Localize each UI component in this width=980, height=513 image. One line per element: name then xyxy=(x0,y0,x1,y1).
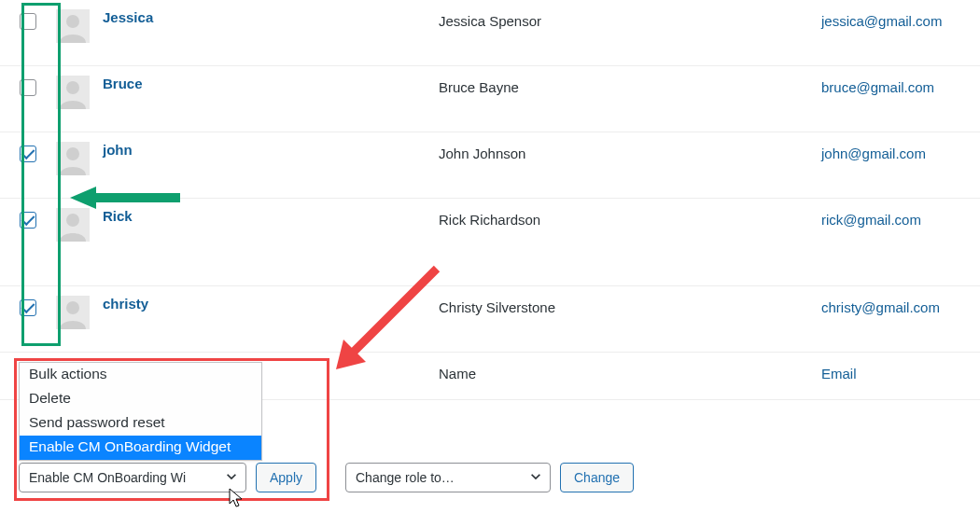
chevron-down-icon xyxy=(225,470,238,486)
fullname-cell: Rick Richardson xyxy=(439,208,821,228)
email-link[interactable]: bruce@gmail.com xyxy=(821,79,934,95)
table-row: Bruce Bruce Bayne bruce@gmail.com xyxy=(0,66,980,132)
table-row: christy Christy Silverstone christy@gmai… xyxy=(0,286,980,353)
row-checkbox[interactable] xyxy=(20,13,36,30)
bulk-option-delete[interactable]: Delete xyxy=(20,387,261,411)
column-header-name: Name xyxy=(439,366,821,386)
username-link[interactable]: Jessica xyxy=(103,9,153,25)
bulk-option-bulk-actions[interactable]: Bulk actions xyxy=(20,363,261,387)
email-link[interactable]: jessica@gmail.com xyxy=(821,13,942,29)
svg-point-9 xyxy=(66,301,79,314)
svg-point-5 xyxy=(66,147,79,160)
email-link[interactable]: rick@gmail.com xyxy=(821,212,921,228)
email-link[interactable]: john@gmail.com xyxy=(821,146,926,161)
apply-button[interactable]: Apply xyxy=(256,463,316,492)
row-checkbox[interactable] xyxy=(20,299,36,316)
avatar xyxy=(56,296,90,329)
column-header-email[interactable]: Email xyxy=(821,366,980,386)
change-role-selected-text: Change role to… xyxy=(356,470,455,485)
chevron-down-icon xyxy=(529,470,542,486)
user-table: Jessica Jessica Spensor jessica@gmail.co… xyxy=(0,0,980,353)
username-link[interactable]: john xyxy=(103,142,133,158)
svg-point-1 xyxy=(66,15,79,28)
username-link[interactable]: christy xyxy=(103,296,148,312)
row-checkbox[interactable] xyxy=(20,79,36,96)
svg-point-3 xyxy=(66,81,79,94)
table-row: john John Johnson john@gmail.com xyxy=(0,132,980,199)
change-role-select[interactable]: Change role to… xyxy=(345,463,551,492)
bulk-option-reset[interactable]: Send password reset xyxy=(20,411,261,436)
fullname-cell: Bruce Bayne xyxy=(439,76,821,95)
username-link[interactable]: Bruce xyxy=(103,76,143,91)
bulk-actions-dropdown-list[interactable]: Bulk actions Delete Send password reset … xyxy=(19,362,262,461)
bulk-actions-selected-text: Enable CM OnBoarding Wi xyxy=(29,470,186,485)
table-row: Rick Rick Richardson rick@gmail.com xyxy=(0,199,980,286)
table-row: Jessica Jessica Spensor jessica@gmail.co… xyxy=(0,0,980,66)
fullname-cell: John Johnson xyxy=(439,142,821,161)
svg-point-7 xyxy=(66,214,79,227)
fullname-cell: Christy Silverstone xyxy=(439,296,821,315)
row-checkbox[interactable] xyxy=(20,146,36,162)
avatar xyxy=(56,142,90,175)
avatar xyxy=(56,9,90,43)
avatar xyxy=(56,208,90,242)
bulk-actions-select[interactable]: Enable CM OnBoarding Wi xyxy=(19,463,246,492)
username-link[interactable]: Rick xyxy=(103,208,133,224)
fullname-cell: Jessica Spensor xyxy=(439,9,821,29)
change-button[interactable]: Change xyxy=(560,463,634,492)
email-link[interactable]: christy@gmail.com xyxy=(821,299,940,315)
avatar xyxy=(56,76,90,109)
bulk-option-enable-onboarding[interactable]: Enable CM OnBoarding Widget xyxy=(20,436,261,460)
row-checkbox[interactable] xyxy=(20,212,36,229)
